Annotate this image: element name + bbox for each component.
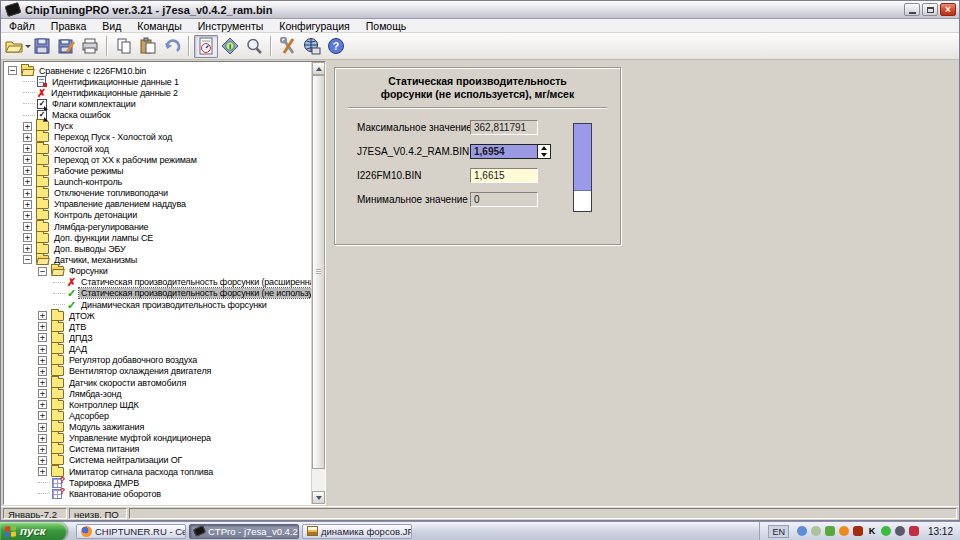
- network-button[interactable]: [300, 35, 324, 58]
- expand-toggle[interactable]: +: [38, 367, 47, 376]
- expand-toggle[interactable]: +: [38, 389, 47, 398]
- expand-toggle[interactable]: +: [38, 456, 47, 465]
- menu-item-2[interactable]: Вид: [94, 20, 129, 32]
- tree-item[interactable]: +Пуск: [4, 121, 311, 132]
- tree-item[interactable]: ✓Статическая производительность форсунки…: [4, 288, 311, 299]
- save-button[interactable]: [30, 35, 54, 58]
- tray-speaker-muted-icon[interactable]: [853, 526, 863, 536]
- expand-toggle[interactable]: +: [23, 122, 32, 131]
- collapse-toggle[interactable]: −: [38, 267, 47, 276]
- scroll-down-button[interactable]: [312, 491, 325, 504]
- tree-item[interactable]: ✗Идентификационные данные 2: [4, 87, 311, 98]
- value-input[interactable]: 1,6954: [470, 144, 538, 159]
- tray-dial-icon[interactable]: [895, 526, 905, 536]
- expand-toggle[interactable]: +: [23, 155, 32, 164]
- expand-toggle[interactable]: +: [23, 244, 32, 253]
- open-button[interactable]: [6, 35, 30, 58]
- copy-button[interactable]: [112, 35, 136, 58]
- tree-item[interactable]: Идентификационные данные 1: [4, 76, 311, 87]
- value-input[interactable]: 1,6615: [470, 168, 538, 183]
- expand-toggle[interactable]: +: [23, 177, 32, 186]
- tray-shield-icon[interactable]: [909, 526, 919, 536]
- tree-item[interactable]: ✓Флаги комплектации: [4, 98, 311, 109]
- info-diamond-icon: i: [221, 37, 239, 55]
- language-indicator[interactable]: EN: [768, 525, 789, 538]
- print-button[interactable]: [78, 35, 102, 58]
- expand-toggle[interactable]: +: [38, 333, 47, 342]
- expand-toggle[interactable]: +: [38, 411, 47, 420]
- expand-toggle[interactable]: +: [23, 189, 32, 198]
- expand-toggle[interactable]: +: [23, 133, 32, 142]
- tree-item[interactable]: +Контроль детонации: [4, 210, 311, 221]
- tray-flame-icon[interactable]: [839, 526, 849, 536]
- menu-item-5[interactable]: Конфигурация: [271, 20, 357, 32]
- tree-item[interactable]: ?Тарировка ДМРВ: [4, 477, 311, 488]
- expand-toggle[interactable]: +: [23, 200, 32, 209]
- tree-item[interactable]: +Launch-контроль: [4, 176, 311, 187]
- tray-leaf-icon[interactable]: [825, 526, 835, 536]
- map-view-button[interactable]: [194, 35, 218, 58]
- expand-toggle[interactable]: +: [38, 400, 47, 409]
- scroll-thumb[interactable]: [312, 75, 325, 469]
- expand-toggle[interactable]: +: [38, 345, 47, 354]
- save-as-button[interactable]: [54, 35, 78, 58]
- expand-toggle[interactable]: +: [23, 233, 32, 242]
- tree-item[interactable]: ?Квантование оборотов: [4, 488, 311, 499]
- tree-item[interactable]: +Лямбда-регулирование: [4, 221, 311, 232]
- scroll-up-button[interactable]: [312, 62, 325, 75]
- taskbar-task[interactable]: динамика форсов.JP...: [302, 524, 412, 539]
- tree-scrollbar[interactable]: [311, 62, 325, 504]
- paste-button[interactable]: [136, 35, 160, 58]
- menu-item-4[interactable]: Инструменты: [190, 20, 271, 32]
- tree-item[interactable]: +Переход от ХХ к рабочим режимам: [4, 154, 311, 165]
- expand-toggle[interactable]: +: [23, 144, 32, 153]
- taskbar-task[interactable]: CHIPTUNER.RU - Сер...: [76, 524, 186, 539]
- expand-toggle[interactable]: +: [38, 322, 47, 331]
- tray-pill-icon[interactable]: [881, 526, 891, 536]
- expand-toggle[interactable]: +: [38, 467, 47, 476]
- expand-toggle[interactable]: +: [38, 311, 47, 320]
- tray-kaspersky-icon[interactable]: K: [867, 526, 877, 536]
- restore-button[interactable]: [922, 3, 938, 16]
- tree-item[interactable]: +Рабочие режимы: [4, 165, 311, 176]
- expand-toggle[interactable]: +: [38, 445, 47, 454]
- expand-toggle[interactable]: +: [38, 434, 47, 443]
- tray-cloud-icon[interactable]: [797, 526, 807, 536]
- expand-toggle[interactable]: +: [38, 378, 47, 387]
- collapse-toggle[interactable]: −: [23, 255, 32, 264]
- expand-toggle[interactable]: +: [23, 166, 32, 175]
- tree-item[interactable]: +Доп. функции лампы CE: [4, 232, 311, 243]
- expand-toggle[interactable]: +: [38, 423, 47, 432]
- expand-toggle[interactable]: +: [23, 222, 32, 231]
- tree-item[interactable]: +Управление давлением наддува: [4, 199, 311, 210]
- menu-item-6[interactable]: Помощь: [358, 20, 415, 32]
- tray-ball-icon[interactable]: [811, 526, 821, 536]
- tree-item[interactable]: ✗Статическая производительность форсунки…: [4, 277, 311, 288]
- tree-item[interactable]: −Сравнение с I226FM10.bin: [4, 65, 311, 76]
- taskbar-task[interactable]: CTPro - j7esa_v0.4.2...: [189, 524, 299, 539]
- expand-toggle[interactable]: +: [38, 356, 47, 365]
- info-button[interactable]: i: [218, 35, 242, 58]
- menu-item-0[interactable]: Файл: [1, 20, 43, 32]
- menu-item-3[interactable]: Команды: [129, 20, 190, 32]
- tree-item-label: Датчики, механизмы: [52, 255, 139, 265]
- minimize-button[interactable]: [904, 3, 920, 16]
- tools-button[interactable]: [276, 35, 300, 58]
- tree-item[interactable]: +Переход Пуск - Холостой ход: [4, 132, 311, 143]
- tree-item[interactable]: +Холостой ход: [4, 143, 311, 154]
- help-button[interactable]: ?: [324, 35, 348, 58]
- close-button[interactable]: ×: [940, 3, 956, 16]
- value-spinner[interactable]: [538, 144, 551, 159]
- tree-item[interactable]: +Доп. выводы ЭБУ: [4, 243, 311, 254]
- tree-item[interactable]: +Отключение топливоподачи: [4, 188, 311, 199]
- collapse-toggle[interactable]: −: [8, 66, 17, 75]
- menu-item-1[interactable]: Правка: [43, 20, 94, 32]
- expand-toggle[interactable]: +: [23, 211, 32, 220]
- start-button[interactable]: пуск: [0, 522, 67, 540]
- tree-item[interactable]: −Форсунки: [4, 266, 311, 277]
- zoom-button[interactable]: [242, 35, 266, 58]
- spinner-down-icon[interactable]: [538, 152, 550, 159]
- undo-button[interactable]: [160, 35, 184, 58]
- tree-item[interactable]: ✓Маска ошибок: [4, 110, 311, 121]
- tree-item[interactable]: +Имитатор сигнала расхода топлива: [4, 466, 311, 477]
